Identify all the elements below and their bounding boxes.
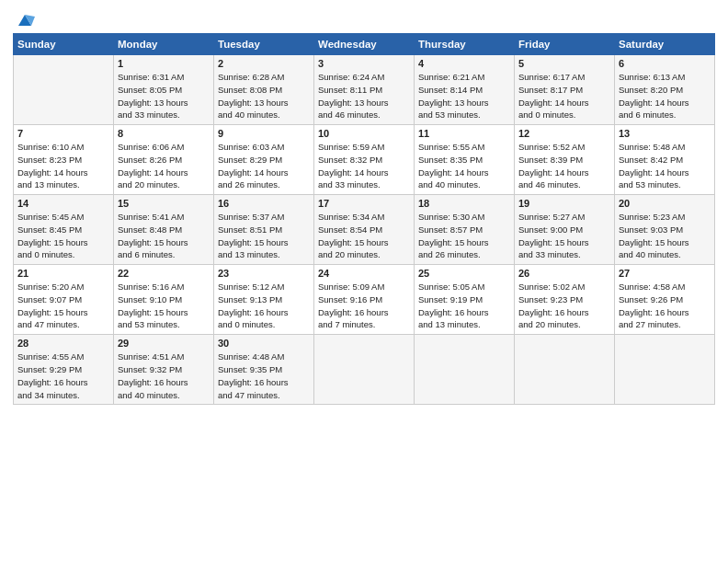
day-number: 15 (118, 198, 210, 209)
weekday-header-friday: Friday (515, 34, 615, 55)
day-cell (615, 335, 715, 405)
day-detail-line: Daylight: 15 hours (418, 236, 510, 249)
day-detail-line: Sunrise: 5:12 AM (218, 281, 310, 293)
day-detail-line: Sunset: 8:57 PM (418, 224, 510, 236)
day-detail-line: and 0 minutes. (218, 318, 310, 331)
day-detail-line: and 33 minutes. (518, 248, 610, 261)
day-detail-line: Sunrise: 5:48 AM (619, 141, 711, 154)
day-detail-line: Daylight: 13 hours (218, 97, 310, 109)
day-detail-line: Sunset: 8:08 PM (218, 84, 310, 97)
day-detail-line: Daylight: 15 hours (17, 236, 109, 249)
day-number: 10 (318, 128, 410, 139)
day-detail-line: Daylight: 16 hours (518, 306, 610, 319)
day-cell: 3Sunrise: 6:24 AMSunset: 8:11 PMDaylight… (314, 55, 415, 125)
day-cell (415, 335, 515, 405)
day-number: 7 (17, 128, 109, 139)
day-detail-line: Sunset: 9:35 PM (218, 363, 310, 376)
day-cell: 6Sunrise: 6:13 AMSunset: 8:20 PMDaylight… (615, 55, 715, 125)
day-detail-line: Sunset: 8:51 PM (218, 224, 310, 236)
day-detail-line: and 0 minutes. (17, 248, 109, 261)
day-cell (515, 335, 615, 405)
day-detail-line: Sunrise: 4:58 AM (619, 281, 711, 293)
day-cell: 12Sunrise: 5:52 AMSunset: 8:39 PMDayligh… (515, 125, 615, 195)
day-detail-line: Sunset: 9:10 PM (118, 293, 210, 306)
day-detail-line: Sunset: 9:26 PM (619, 293, 711, 306)
day-detail-line: and 26 minutes. (218, 178, 310, 191)
day-cell: 19Sunrise: 5:27 AMSunset: 9:00 PMDayligh… (515, 195, 615, 265)
day-detail-line: Sunset: 8:23 PM (17, 154, 109, 167)
day-detail-line: Sunset: 9:16 PM (318, 293, 410, 306)
weekday-header-saturday: Saturday (615, 34, 715, 55)
day-detail-line: Daylight: 14 hours (418, 167, 510, 179)
day-cell: 17Sunrise: 5:34 AMSunset: 8:54 PMDayligh… (314, 195, 415, 265)
day-detail-line: Daylight: 16 hours (218, 306, 310, 319)
day-number: 12 (518, 128, 610, 139)
day-detail-line: Sunrise: 5:45 AM (17, 211, 109, 224)
day-detail-line: Sunrise: 5:23 AM (619, 211, 711, 224)
day-detail-line: and 34 minutes. (17, 389, 109, 402)
day-details: Sunrise: 5:16 AMSunset: 9:10 PMDaylight:… (118, 281, 210, 331)
week-row-3: 14Sunrise: 5:45 AMSunset: 8:45 PMDayligh… (14, 195, 715, 265)
day-detail-line: and 33 minutes. (118, 109, 210, 121)
day-detail-line: Sunset: 8:35 PM (418, 154, 510, 167)
day-cell: 5Sunrise: 6:17 AMSunset: 8:17 PMDaylight… (515, 55, 615, 125)
day-cell: 8Sunrise: 6:06 AMSunset: 8:26 PMDaylight… (114, 125, 214, 195)
day-details: Sunrise: 6:10 AMSunset: 8:23 PMDaylight:… (17, 141, 109, 191)
day-cell: 16Sunrise: 5:37 AMSunset: 8:51 PMDayligh… (214, 195, 314, 265)
day-details: Sunrise: 6:24 AMSunset: 8:11 PMDaylight:… (318, 71, 410, 121)
day-number: 27 (619, 268, 711, 279)
day-detail-line: Daylight: 16 hours (318, 306, 410, 319)
weekday-header-tuesday: Tuesday (214, 34, 314, 55)
day-detail-line: Sunrise: 6:17 AM (518, 71, 610, 84)
day-cell (14, 55, 114, 125)
day-details: Sunrise: 5:59 AMSunset: 8:32 PMDaylight:… (318, 141, 410, 191)
day-cell: 26Sunrise: 5:02 AMSunset: 9:23 PMDayligh… (515, 265, 615, 335)
day-details: Sunrise: 5:41 AMSunset: 8:48 PMDaylight:… (118, 211, 210, 261)
week-row-1: 1Sunrise: 6:31 AMSunset: 8:05 PMDaylight… (14, 55, 715, 125)
day-detail-line: Sunrise: 5:59 AM (318, 141, 410, 154)
day-cell: 7Sunrise: 6:10 AMSunset: 8:23 PMDaylight… (14, 125, 114, 195)
day-detail-line: Sunset: 8:29 PM (218, 154, 310, 167)
day-detail-line: and 53 minutes. (619, 178, 711, 191)
day-detail-line: Daylight: 14 hours (518, 167, 610, 179)
day-detail-line: and 40 minutes. (619, 248, 711, 261)
day-detail-line: Daylight: 14 hours (318, 167, 410, 179)
day-detail-line: and 6 minutes. (118, 248, 210, 261)
day-detail-line: Sunrise: 5:05 AM (418, 281, 510, 293)
day-detail-line: and 20 minutes. (318, 248, 410, 261)
weekday-header-monday: Monday (114, 34, 214, 55)
day-detail-line: Sunrise: 4:55 AM (17, 350, 109, 363)
day-number: 23 (218, 268, 310, 279)
day-cell: 21Sunrise: 5:20 AMSunset: 9:07 PMDayligh… (14, 265, 114, 335)
day-details: Sunrise: 5:37 AMSunset: 8:51 PMDaylight:… (218, 211, 310, 261)
day-detail-line: Sunset: 8:17 PM (518, 84, 610, 97)
day-detail-line: Sunrise: 5:27 AM (518, 211, 610, 224)
day-detail-line: Daylight: 15 hours (318, 236, 410, 249)
day-detail-line: Daylight: 16 hours (619, 306, 711, 319)
calendar-table: SundayMondayTuesdayWednesdayThursdayFrid… (13, 33, 715, 405)
day-detail-line: Sunset: 8:20 PM (619, 84, 711, 97)
day-details: Sunrise: 5:02 AMSunset: 9:23 PMDaylight:… (518, 281, 610, 331)
day-cell (314, 335, 415, 405)
day-number: 22 (118, 268, 210, 279)
day-details: Sunrise: 4:51 AMSunset: 9:32 PMDaylight:… (118, 350, 210, 401)
day-cell: 4Sunrise: 6:21 AMSunset: 8:14 PMDaylight… (415, 55, 515, 125)
day-number: 20 (619, 198, 711, 209)
day-detail-line: and 40 minutes. (118, 389, 210, 402)
day-number: 29 (118, 338, 210, 349)
day-detail-line: Sunrise: 5:52 AM (518, 141, 610, 154)
day-detail-line: Sunrise: 5:09 AM (318, 281, 410, 293)
day-detail-line: Sunset: 9:03 PM (619, 224, 711, 236)
day-details: Sunrise: 5:27 AMSunset: 9:00 PMDaylight:… (518, 211, 610, 261)
day-details: Sunrise: 5:20 AMSunset: 9:07 PMDaylight:… (17, 281, 109, 331)
day-number: 2 (218, 58, 310, 69)
day-detail-line: Sunset: 9:19 PM (418, 293, 510, 306)
day-detail-line: and 0 minutes. (518, 109, 610, 121)
day-number: 8 (118, 128, 210, 139)
day-detail-line: Sunrise: 5:34 AM (318, 211, 410, 224)
day-details: Sunrise: 4:58 AMSunset: 9:26 PMDaylight:… (619, 281, 711, 331)
weekday-header-wednesday: Wednesday (314, 34, 415, 55)
day-details: Sunrise: 6:13 AMSunset: 8:20 PMDaylight:… (619, 71, 711, 121)
day-cell: 18Sunrise: 5:30 AMSunset: 8:57 PMDayligh… (415, 195, 515, 265)
day-detail-line: Daylight: 14 hours (118, 167, 210, 179)
